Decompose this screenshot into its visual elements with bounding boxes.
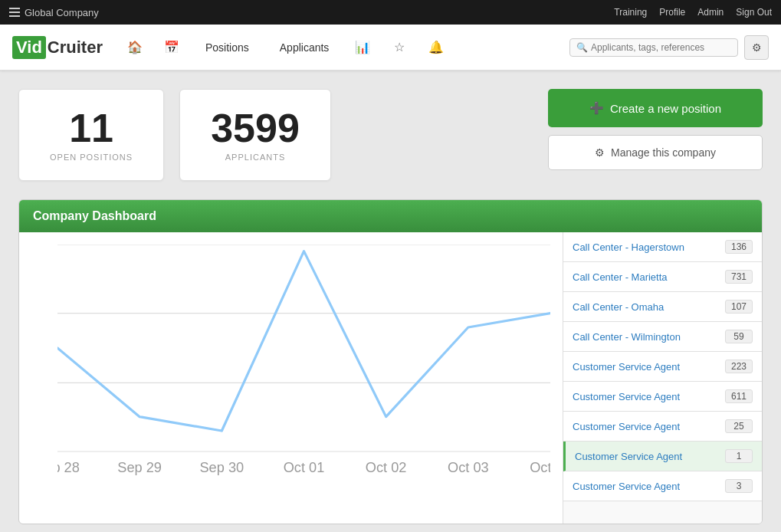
logo-cruiter: Cruiter (48, 38, 103, 57)
chart-icon[interactable]: 📊 (349, 34, 376, 61)
svg-text:Oct 03: Oct 03 (448, 459, 489, 475)
svg-text:Sep 28: Sep 28 (57, 459, 80, 475)
main-header: Vid Cruiter 🏠 📅 Positions Applicants 📊 ☆… (0, 25, 781, 71)
company-name: Global Company (25, 7, 99, 18)
page-content: 11 OPEN POSITIONS 3599 APPLICANTS ➕ Crea… (0, 71, 781, 524)
position-count: 136 (725, 240, 753, 254)
position-count: 59 (725, 330, 753, 343)
open-positions-label: OPEN POSITIONS (50, 153, 133, 162)
position-list-item[interactable]: Customer Service Agent 25 (563, 412, 762, 442)
create-position-button[interactable]: ➕ Create a new position (548, 89, 763, 127)
position-name: Customer Service Agent (573, 361, 680, 373)
calendar-icon[interactable]: 📅 (158, 34, 185, 61)
applicants-card: 3599 APPLICANTS (179, 89, 331, 181)
position-list-item[interactable]: Call Center - Hagerstown 136 (563, 232, 762, 262)
open-positions-count: 11 (50, 108, 133, 148)
search-input[interactable] (591, 42, 731, 53)
logo-link[interactable]: Vid Cruiter (12, 36, 103, 59)
chart-area: 0 10 20 30 Sep 28 Sep 29 Sep 30 Oct 01 O… (19, 232, 563, 524)
position-name: Customer Service Agent (573, 481, 680, 492)
action-buttons: ➕ Create a new position ⚙ Manage this co… (548, 89, 763, 170)
positions-panel[interactable]: Call Center - Hagerstown 136 Call Center… (563, 232, 762, 524)
plus-icon: ➕ (589, 101, 604, 115)
position-count: 107 (725, 300, 753, 314)
position-count: 731 (725, 270, 753, 284)
top-navbar: Global Company Training Profile Admin Si… (0, 0, 781, 25)
applicants-count: 3599 (211, 108, 300, 148)
position-list-item[interactable]: Call Center - Wilmington 59 (563, 322, 762, 352)
position-count: 3 (725, 479, 753, 493)
nav-signout[interactable]: Sign Out (736, 7, 772, 18)
nav-positions[interactable]: Positions (195, 37, 260, 58)
line-chart: 0 10 20 30 Sep 28 Sep 29 Sep 30 Oct 01 O… (57, 245, 550, 493)
settings-icon: ⚙ (595, 146, 605, 159)
svg-text:Oct 04: Oct 04 (530, 459, 550, 475)
search-settings-button[interactable]: ⚙ (744, 35, 769, 60)
position-name: Call Center - Marietta (573, 271, 668, 283)
nav-training[interactable]: Training (614, 7, 647, 18)
svg-text:Oct 01: Oct 01 (284, 459, 325, 475)
position-list-item[interactable]: Call Center - Marietta 731 (563, 262, 762, 292)
position-name: Customer Service Agent (573, 421, 680, 432)
position-count: 223 (725, 360, 753, 373)
position-name: Call Center - Wilmington (573, 331, 681, 343)
position-list-item[interactable]: Customer Service Agent 3 (563, 471, 762, 501)
dashboard-title: Company Dashboard (33, 209, 156, 222)
logo-vid: Vid (12, 36, 46, 59)
search-icon: 🔍 (576, 42, 588, 53)
bell-icon[interactable]: 🔔 (422, 34, 450, 61)
position-name: Call Center - Omaha (573, 301, 664, 313)
position-list-item[interactable]: Customer Service Agent 223 (563, 352, 762, 382)
dashboard-header: Company Dashboard (19, 200, 762, 232)
position-name: Call Center - Hagerstown (573, 241, 684, 253)
position-count: 1 (725, 449, 753, 463)
nav-profile[interactable]: Profile (659, 7, 685, 18)
position-list-item[interactable]: Customer Service Agent 611 (563, 382, 762, 412)
open-positions-card: 11 OPEN POSITIONS (18, 89, 164, 181)
search-box: 🔍 (569, 38, 738, 57)
dashboard-panel: Company Dashboard 0 10 20 30 Sep 28 (18, 199, 763, 524)
manage-company-button[interactable]: ⚙ Manage this company (548, 135, 763, 170)
nav-applicants[interactable]: Applicants (269, 37, 340, 58)
position-name: Customer Service Agent (573, 391, 680, 402)
home-icon[interactable]: 🏠 (121, 34, 149, 61)
nav-admin[interactable]: Admin (697, 7, 724, 18)
top-nav-right: Training Profile Admin Sign Out (614, 7, 772, 18)
star-icon[interactable]: ☆ (386, 34, 413, 61)
position-name: Customer Service Agent (575, 451, 682, 462)
position-list-item[interactable]: Call Center - Omaha 107 (563, 292, 762, 322)
svg-text:Sep 30: Sep 30 (199, 459, 244, 475)
position-count: 25 (725, 419, 753, 433)
manage-company-label: Manage this company (611, 146, 716, 159)
top-nav-left: Global Company (9, 7, 99, 18)
position-list-item[interactable]: Customer Service Agent 1 (563, 442, 762, 471)
svg-text:Oct 02: Oct 02 (366, 459, 407, 475)
applicants-label: APPLICANTS (211, 153, 300, 162)
svg-text:Sep 29: Sep 29 (117, 459, 162, 475)
dashboard-body: 0 10 20 30 Sep 28 Sep 29 Sep 30 Oct 01 O… (19, 232, 762, 524)
create-position-label: Create a new position (610, 102, 721, 115)
hamburger-menu[interactable] (9, 8, 20, 17)
search-container: 🔍 ⚙ (569, 35, 769, 60)
position-count: 611 (725, 389, 753, 403)
stats-row: 11 OPEN POSITIONS 3599 APPLICANTS ➕ Crea… (18, 89, 763, 181)
